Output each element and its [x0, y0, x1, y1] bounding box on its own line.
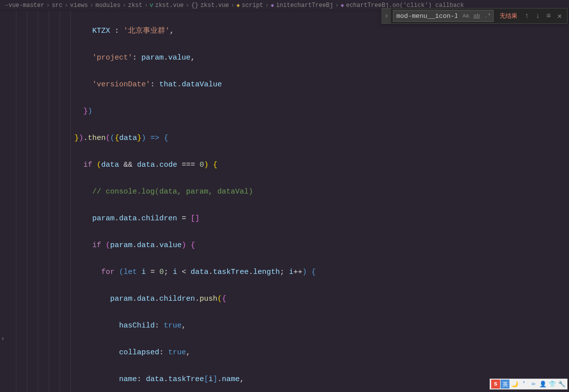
- code-token: then: [88, 134, 106, 142]
- breadcrumb-item[interactable]: src: [52, 2, 63, 9]
- method-icon: ◈: [341, 2, 344, 8]
- code-token: KTZX: [92, 27, 110, 35]
- chevron-right-icon: ›: [64, 2, 68, 9]
- code-token: that: [159, 80, 177, 89]
- breadcrumb-item[interactable]: {}zkst.vue: [191, 2, 229, 9]
- code-token: 'project': [92, 54, 132, 62]
- ime-skin-icon[interactable]: 👕: [548, 380, 557, 389]
- chevron-right-icon: ›: [265, 2, 269, 9]
- code-token: data: [137, 161, 155, 169]
- code-token: param: [110, 241, 132, 250]
- chevron-right-icon: ›: [90, 2, 93, 9]
- code-token: param: [141, 54, 164, 62]
- vue-icon: V: [150, 2, 153, 8]
- breadcrumb-item[interactable]: views: [70, 2, 88, 9]
- code-token: true: [164, 322, 182, 330]
- code-comment: // console.log(data, param, dataVal): [92, 188, 253, 196]
- chevron-right-icon: ›: [335, 2, 339, 9]
- chevron-right-icon: ›: [46, 2, 50, 9]
- code-token: taskTree: [213, 268, 249, 276]
- code-token: data: [101, 161, 119, 169]
- find-toggle-replace[interactable]: ›: [382, 8, 391, 23]
- code-token: name: [222, 375, 240, 384]
- find-widget: › Aa ab .* 无结果 ↑ ↓ ≡ ✕: [381, 8, 568, 24]
- code-token: children: [159, 295, 195, 303]
- code-token: i: [141, 268, 146, 276]
- ime-settings-icon[interactable]: 🔧: [557, 380, 566, 389]
- editor-area[interactable]: › KTZX : '北京事业群', 'project': param.value…: [0, 11, 569, 392]
- find-input-wrap: Aa ab .*: [393, 10, 494, 22]
- ime-keyboard-icon[interactable]: ⌨: [529, 380, 538, 389]
- breadcrumb-item[interactable]: ◈initechartTreeBj: [271, 2, 333, 9]
- code-token: name: [119, 375, 137, 384]
- code-token: if: [92, 241, 101, 250]
- code-token: param: [110, 295, 132, 303]
- breadcrumb-item[interactable]: zkst: [128, 2, 142, 9]
- find-prev-button[interactable]: ↑: [521, 10, 532, 21]
- find-close-button[interactable]: ✕: [554, 10, 565, 21]
- code-token: let: [124, 268, 137, 276]
- code-token: data: [119, 134, 137, 142]
- regex-button[interactable]: .*: [483, 11, 493, 21]
- code-token: true: [168, 348, 186, 357]
- code-token: data: [119, 214, 137, 223]
- ime-punct-icon[interactable]: ': [519, 380, 528, 389]
- breadcrumb-item[interactable]: Vzkst.vue: [150, 2, 184, 9]
- code-token: data: [190, 268, 208, 276]
- code-token: length: [253, 268, 280, 276]
- find-input[interactable]: [393, 11, 460, 21]
- chevron-right-icon: ›: [231, 2, 235, 9]
- chevron-right-icon: ›: [123, 2, 126, 9]
- code-token: collapsed: [119, 348, 159, 357]
- method-icon: ◈: [271, 2, 274, 8]
- code-token: i: [208, 375, 213, 384]
- code-token: 'versionDate': [92, 80, 150, 89]
- code-token: code: [159, 161, 177, 169]
- brace-icon: {}: [191, 2, 198, 9]
- chevron-right-icon: ›: [186, 2, 189, 9]
- breadcrumb-item[interactable]: modules: [95, 2, 120, 9]
- code-token: for: [101, 268, 115, 276]
- code-token: value: [159, 241, 182, 250]
- breadcrumb-item[interactable]: ◈script: [237, 2, 263, 9]
- chevron-right-icon: ›: [144, 2, 148, 9]
- code-token: data: [137, 241, 155, 250]
- code-token: param: [92, 214, 115, 223]
- code-token: push: [199, 295, 217, 303]
- find-selection-button[interactable]: ≡: [543, 10, 554, 21]
- code-token: children: [141, 214, 177, 223]
- ime-toolbar[interactable]: S 英 🌙 ' ⌨ 👤 👕 🔧: [490, 379, 568, 390]
- match-word-button[interactable]: ab: [472, 11, 482, 21]
- script-icon: ◈: [237, 2, 240, 8]
- find-next-button[interactable]: ↓: [532, 10, 543, 21]
- code-token: value: [168, 54, 190, 62]
- code-content[interactable]: KTZX : '北京事业群', 'project': param.value, …: [10, 11, 569, 392]
- code-token: 0: [159, 268, 164, 276]
- code-token: data: [137, 295, 155, 303]
- find-result-text: 无结果: [500, 12, 517, 20]
- ime-moon-icon[interactable]: 🌙: [510, 380, 519, 389]
- code-token: dataValue: [182, 80, 222, 89]
- match-case-button[interactable]: Aa: [461, 11, 471, 21]
- ime-lang-button[interactable]: 英: [501, 380, 509, 389]
- code-token: data: [146, 375, 164, 384]
- ime-logo-icon[interactable]: S: [491, 380, 500, 389]
- code-token: 0: [199, 161, 204, 169]
- code-token: '北京事业群': [124, 27, 170, 35]
- gutter: ›: [0, 11, 10, 392]
- breadcrumb-item[interactable]: -vue-master: [5, 2, 44, 9]
- expand-arrow-icon[interactable]: ›: [1, 335, 4, 342]
- ime-user-icon[interactable]: 👤: [538, 380, 547, 389]
- code-token: if: [83, 161, 92, 169]
- code-token: i: [173, 268, 177, 276]
- code-token: taskTree: [168, 375, 204, 384]
- code-token: hasChild: [119, 322, 155, 330]
